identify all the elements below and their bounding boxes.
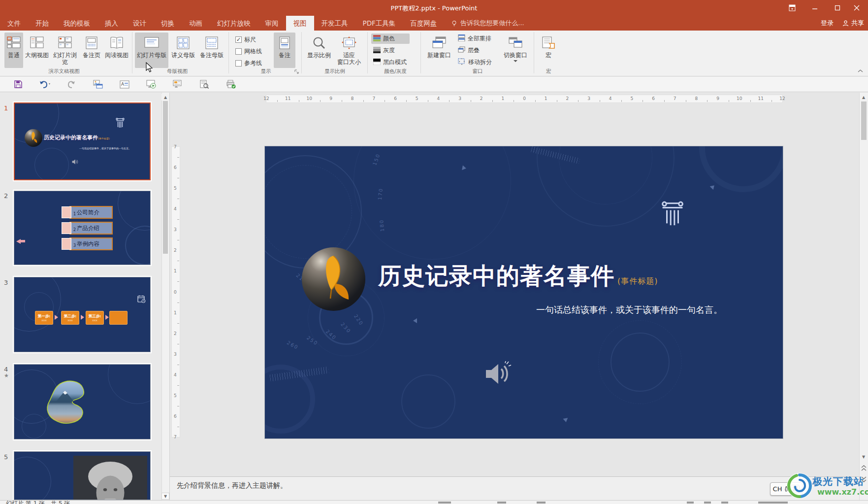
outline-view-button[interactable]: 大纲视图 <box>24 33 50 68</box>
leaf-photo-circle[interactable] <box>302 247 365 311</box>
scroll-up-icon[interactable]: ▲ <box>860 94 868 101</box>
tab-my-templates[interactable]: 我的模板 <box>56 16 97 31</box>
h-ruler-number: 2 <box>480 96 483 101</box>
slide-title[interactable]: 历史记录中的著名事件(事件标题) <box>378 261 658 292</box>
ribbon-display-options-icon[interactable] <box>781 0 804 16</box>
redo-icon[interactable] <box>63 78 80 91</box>
sign-in-button[interactable]: 登录 <box>821 19 834 28</box>
watermark-site-name: 极光下载站 <box>812 475 864 488</box>
slide-thumbnail-4[interactable] <box>14 364 151 439</box>
checkbox-empty-icon <box>235 60 242 67</box>
slide-thumbnail-1[interactable]: 历史记录中的著名事件(事件标题) 一句话总结该事件，或关于该事件的一句名言。 <box>14 102 151 180</box>
normal-view-button[interactable]: 普通 <box>4 33 23 68</box>
thumb-scroll-down-icon[interactable]: ▼ <box>161 493 169 500</box>
color-button[interactable]: 颜色 <box>371 34 410 44</box>
h-ruler-number: 2 <box>566 96 569 101</box>
h-ruler-number: 1 <box>545 96 547 101</box>
ruler-checkbox[interactable]: ✓ 标尺 <box>235 35 256 44</box>
tell-me-box[interactable]: 告诉我您想要做什么... <box>451 16 524 31</box>
v-ruler-number: 4 <box>174 206 177 211</box>
slide-number-1: 1 <box>4 104 8 112</box>
macros-button[interactable]: 宏 <box>538 33 559 68</box>
zoom-button[interactable]: 显示比例 <box>305 33 333 68</box>
tab-transitions[interactable]: 切换 <box>154 16 182 31</box>
h-ruler-number: 7 <box>674 96 676 101</box>
slide-thumbnail-3[interactable]: 第一步:xxx第二步:xxx第三步:xxx <box>14 277 151 352</box>
notes-page-button[interactable]: 备注页 <box>80 33 103 68</box>
undo-icon[interactable] <box>36 78 53 91</box>
watermark-swirl-icon <box>786 472 813 500</box>
new-window-button[interactable]: 新建窗口 <box>424 33 454 68</box>
tab-pdf-tools[interactable]: PDF工具集 <box>355 16 403 31</box>
tab-design[interactable]: 设计 <box>126 16 154 31</box>
thumb-scroll-up-icon[interactable]: ▲ <box>161 94 169 101</box>
fit-to-window-button[interactable]: 适应 窗口大小 <box>334 33 364 68</box>
slide-thumbnail-2[interactable]: 1公司简介2产品介绍3举例内容 <box>14 191 151 265</box>
slide-image-icon[interactable] <box>90 78 106 91</box>
save-icon[interactable] <box>10 78 27 91</box>
notes-pane[interactable]: 先介绍背景信息，再进入主题讲解。 <box>170 476 868 500</box>
macros-icon <box>542 35 555 51</box>
notes-master-button[interactable]: 备注母版 <box>198 33 225 68</box>
notes-page-icon <box>85 35 98 51</box>
share-button[interactable]: 共享 <box>842 19 864 28</box>
slide-subtitle[interactable]: 一句话总结该事件，或关于该事件的一句名言。 <box>536 304 722 316</box>
black-white-button[interactable]: 黑白模式 <box>371 57 417 67</box>
thumb-scrollbar-thumb[interactable] <box>163 101 168 254</box>
quick-print-icon[interactable] <box>223 78 239 91</box>
tab-baidu-netdisk[interactable]: 百度网盘 <box>403 16 444 31</box>
group-label-presentation-views: 演示文稿视图 <box>30 68 98 75</box>
previous-slide-icon[interactable] <box>861 465 867 471</box>
switch-windows-button[interactable]: 切换窗口 <box>500 33 531 68</box>
collapse-ribbon-icon[interactable] <box>858 69 863 73</box>
slideshow-star-icon[interactable] <box>169 78 186 91</box>
slide3-step-box: 第三步:xxx <box>86 311 104 325</box>
editor-scrollbar-thumb[interactable] <box>861 101 867 140</box>
audio-icon[interactable] <box>484 361 512 387</box>
slide2-item: 3举例内容 <box>69 237 113 250</box>
play-slideshow-icon[interactable] <box>143 78 160 91</box>
text-layout-icon[interactable]: A <box>116 78 133 91</box>
tab-developer[interactable]: 开发工具 <box>314 16 355 31</box>
print-preview-icon[interactable] <box>196 78 213 91</box>
minimize-button[interactable] <box>804 0 826 16</box>
v-ruler-number: 5 <box>174 186 177 191</box>
handout-master-button[interactable]: 讲义母版 <box>169 33 197 68</box>
tab-file[interactable]: 文件 <box>0 16 28 31</box>
tab-home[interactable]: 开始 <box>28 16 56 31</box>
checkbox-checked-icon: ✓ <box>235 36 242 43</box>
move-split-button[interactable]: 移动拆分 <box>456 57 498 67</box>
tab-slideshow[interactable]: 幻灯片放映 <box>210 16 258 31</box>
quick-access-toolbar: A <box>0 77 868 92</box>
slide-thumbnail-5[interactable] <box>14 451 151 500</box>
arrange-all-button[interactable]: 全部重排 <box>456 34 498 44</box>
tab-insert[interactable]: 插入 <box>97 16 126 31</box>
dialog-launcher-icon[interactable] <box>294 69 299 74</box>
v-ruler-number: 3 <box>174 352 177 357</box>
reading-view-button[interactable]: 阅读视图 <box>104 33 129 68</box>
grayscale-button[interactable]: 灰度 <box>371 45 410 56</box>
ribbon-view-tab-panel: 普通 大纲视图 幻灯片浏览 备注页 阅读视图 演示文稿视图 幻灯片母版 讲义母版 <box>0 31 868 76</box>
h-ruler-number: 6 <box>652 96 655 101</box>
slide-thumbnail-panel: 1 2 3 4 ★ 5 历史记录中的著名事件(事件标题) 一句话总结该事件，或关… <box>0 93 170 500</box>
tab-animations[interactable]: 动画 <box>182 16 210 31</box>
scroll-down-icon[interactable]: ▼ <box>860 453 868 460</box>
tab-view[interactable]: 视图 <box>286 16 314 31</box>
audio-icon <box>72 159 79 165</box>
close-button[interactable] <box>845 0 868 16</box>
editor-scrollbar[interactable] <box>859 93 868 500</box>
notes-text[interactable]: 先介绍背景信息，再进入主题讲解。 <box>177 481 287 490</box>
group-label-window: 窗口 <box>458 68 497 75</box>
h-ruler-number: 5 <box>416 96 418 101</box>
slide-sorter-button[interactable]: 幻灯片浏览 <box>51 33 79 68</box>
gridlines-checkbox[interactable]: 网格线 <box>235 47 262 56</box>
guides-checkbox[interactable]: 参考线 <box>235 59 262 67</box>
slide-canvas[interactable]: 150170180210260250240230220 历史记录中的著名事件(事… <box>265 146 783 438</box>
slide-number-4: 4 <box>4 366 8 373</box>
tab-review[interactable]: 审阅 <box>258 16 286 31</box>
notes-button[interactable]: 备注 <box>274 33 295 68</box>
grayscale-icon <box>373 47 381 55</box>
notes-icon <box>278 35 291 51</box>
site-watermark: 极光下载站 www.xz7.com <box>786 472 868 501</box>
cascade-button[interactable]: 层叠 <box>456 45 487 56</box>
